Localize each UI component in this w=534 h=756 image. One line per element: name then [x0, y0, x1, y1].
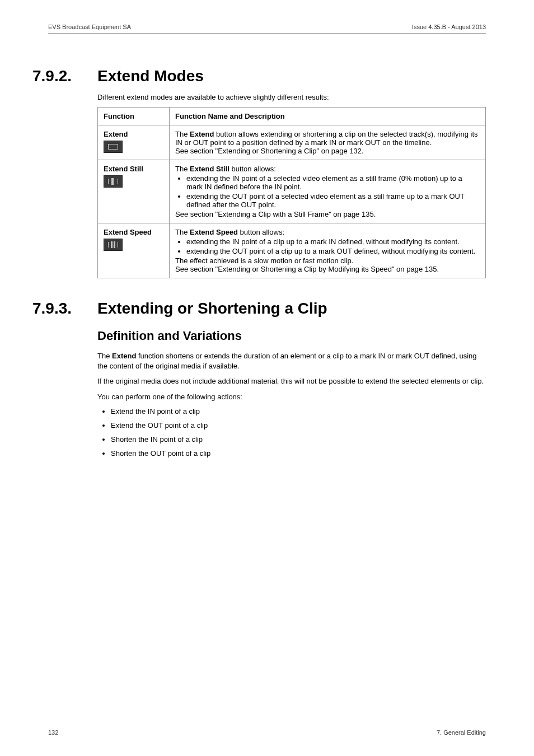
paragraph: The Extend function shortens or extends … — [97, 351, 486, 371]
table-row: Extend The Extend button allows extendin… — [98, 125, 486, 160]
func-label-extend-speed: Extend Speed — [104, 228, 163, 236]
section-title: Extending or Shortening a Clip — [97, 300, 327, 318]
table-row: Extend Still The Extend Still button all… — [98, 160, 486, 223]
func-label-extend-still: Extend Still — [104, 165, 163, 173]
extend-speed-icon — [104, 239, 123, 251]
section-title: Extend Modes — [97, 67, 204, 85]
list-item: Extend the IN point of a clip — [111, 407, 486, 416]
list-item: extending the IN point of a selected vid… — [186, 174, 480, 191]
table-row: Extend Speed The Extend Speed button all… — [98, 223, 486, 278]
list-item: extending the IN point of a clip up to a… — [186, 237, 480, 246]
table-header-row: Function Function Name and Description — [98, 108, 486, 125]
extend-still-icon — [104, 175, 123, 188]
actions-list: Extend the IN point of a clip Extend the… — [97, 407, 486, 458]
list-item: Shorten the OUT point of a clip — [111, 449, 486, 458]
section-heading-extending-shortening: 7.9.3. Extending or Shortening a Clip — [48, 300, 486, 318]
page-footer: 132 7. General Editing — [48, 729, 486, 736]
header-right: Issue 4.35.B - August 2013 — [412, 24, 486, 30]
section-number: 7.9.2. — [32, 67, 97, 85]
func-desc-extend-still: The Extend Still button allows: extendin… — [170, 160, 486, 223]
functions-table: Function Function Name and Description E… — [97, 107, 486, 278]
extend-icon — [104, 141, 123, 153]
list-item: extending the OUT point of a selected vi… — [186, 192, 480, 209]
th-function: Function — [98, 108, 170, 125]
func-desc-extend: The Extend button allows extending or sh… — [170, 125, 486, 160]
list-item: extending the OUT point of a clip up to … — [186, 247, 480, 255]
section-number: 7.9.3. — [32, 300, 97, 318]
func-desc-extend-speed: The Extend Speed button allows: extendin… — [170, 223, 486, 278]
paragraph: If the original media does not include a… — [97, 376, 486, 386]
page-number: 132 — [48, 729, 58, 736]
th-description: Function Name and Description — [170, 108, 486, 125]
func-label-extend: Extend — [104, 130, 163, 138]
list-item: Extend the OUT point of a clip — [111, 421, 486, 430]
list-item: Shorten the IN point of a clip — [111, 435, 486, 444]
footer-chapter: 7. General Editing — [437, 729, 486, 736]
header-left: EVS Broadcast Equipment SA — [48, 24, 131, 30]
page-header: EVS Broadcast Equipment SA Issue 4.35.B … — [48, 24, 486, 30]
section-intro: Different extend modes are available to … — [97, 93, 486, 101]
paragraph: You can perform one of the following act… — [97, 392, 486, 402]
subheading-definition: Definition and Variations — [97, 329, 486, 343]
section-heading-extend-modes: 7.9.2. Extend Modes — [48, 67, 486, 85]
header-rule — [48, 34, 486, 34]
